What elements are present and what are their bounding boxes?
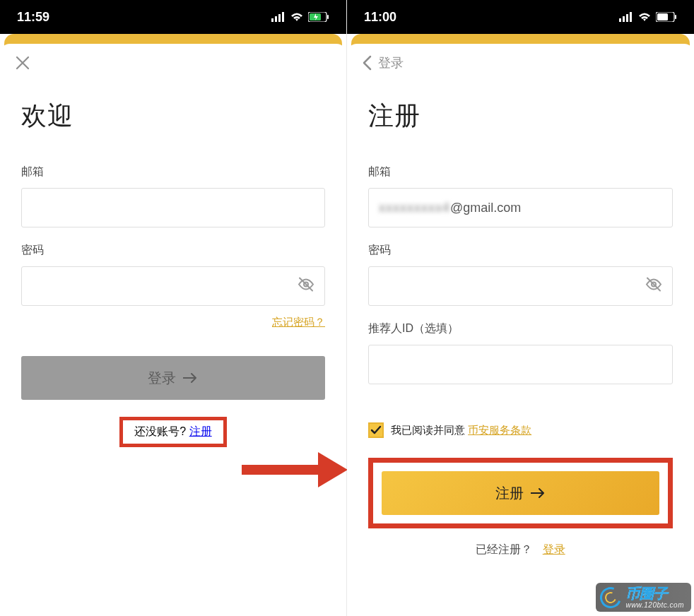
password-field[interactable]: [21, 266, 325, 306]
page-title: 注册: [368, 99, 673, 134]
watermark: 币圈子 www.120btc.com: [596, 583, 691, 612]
page-title: 欢迎: [21, 99, 325, 134]
password-input[interactable]: [379, 279, 662, 294]
email-label: 邮箱: [368, 165, 673, 179]
svg-rect-9: [619, 18, 621, 22]
email-field[interactable]: xxxxxxxxx4 @gmail.com: [368, 188, 673, 227]
email-value-redacted: xxxxxxxxx4: [379, 201, 450, 215]
email-field[interactable]: [21, 188, 325, 227]
battery-charging-icon: [308, 12, 329, 22]
already-text: 已经注册？: [476, 543, 532, 555]
email-input[interactable]: [32, 201, 314, 215]
sheet: 欢迎 邮箱 密码 忘记密码？ 登录: [0, 44, 346, 616]
arrow-right-icon: [183, 372, 199, 384]
svg-rect-15: [657, 13, 668, 20]
no-account-text: 还没账号?: [134, 425, 186, 437]
arrow-right-icon: [531, 487, 546, 499]
referrer-label: 推荐人ID（选填）: [368, 321, 673, 336]
register-button[interactable]: 注册: [382, 471, 659, 515]
signal-icon: [619, 12, 633, 22]
email-label: 邮箱: [21, 165, 325, 179]
password-label: 密码: [21, 243, 325, 258]
svg-rect-11: [626, 14, 628, 22]
email-suffix: @gmail.com: [450, 201, 521, 215]
svg-rect-10: [623, 16, 625, 22]
agree-checkbox[interactable]: [368, 422, 384, 438]
topbar: 登录: [347, 44, 694, 82]
watermark-en: www.120btc.com: [625, 601, 684, 609]
svg-rect-2: [278, 14, 281, 22]
eye-off-icon[interactable]: [645, 276, 662, 297]
password-label: 密码: [368, 243, 673, 258]
svg-rect-5: [327, 15, 329, 19]
highlight-box: 还没账号? 注册: [119, 417, 226, 447]
status-bar: 11:59: [0, 0, 346, 34]
already-registered-row: 已经注册？ 登录: [368, 543, 673, 557]
svg-rect-14: [675, 15, 676, 19]
highlight-box: 注册: [368, 458, 673, 528]
terms-link[interactable]: 币安服务条款: [468, 424, 531, 436]
screen-login: 11:59 欢迎 邮箱 密码: [0, 0, 347, 616]
battery-icon: [656, 12, 677, 22]
password-field[interactable]: [368, 266, 673, 306]
register-link[interactable]: 注册: [189, 425, 212, 437]
topbar-title[interactable]: 登录: [378, 54, 404, 71]
agree-text: 我已阅读并同意: [391, 424, 465, 436]
login-link[interactable]: 登录: [543, 543, 565, 555]
referrer-field[interactable]: [368, 345, 673, 384]
status-time: 11:59: [17, 10, 49, 25]
wifi-icon: [290, 12, 304, 22]
forgot-password-link[interactable]: 忘记密码？: [272, 316, 325, 328]
svg-rect-12: [630, 12, 632, 22]
login-button-label: 登录: [148, 369, 176, 388]
signal-icon: [271, 12, 286, 22]
login-button[interactable]: 登录: [21, 356, 325, 400]
wifi-icon: [637, 12, 652, 22]
svg-rect-0: [271, 18, 274, 22]
screen-register: 11:00 登录 注册 邮箱 xxxxxxxxx4 @gmail.com: [347, 0, 694, 616]
status-indicators: [271, 12, 329, 22]
status-bar: 11:00: [347, 0, 694, 34]
topbar: [0, 44, 346, 82]
svg-rect-3: [282, 12, 284, 22]
register-button-label: 注册: [495, 484, 524, 503]
agree-row: 我已阅读并同意 币安服务条款: [368, 422, 673, 438]
password-input[interactable]: [32, 279, 314, 294]
sheet: 登录 注册 邮箱 xxxxxxxxx4 @gmail.com 密码 推荐人ID（…: [347, 44, 694, 616]
watermark-zh: 币圈子: [625, 586, 684, 601]
forgot-password-row: 忘记密码？: [21, 316, 325, 329]
status-time: 11:00: [364, 10, 396, 25]
close-icon[interactable]: [13, 53, 33, 73]
svg-rect-1: [275, 16, 277, 22]
watermark-logo-icon: [596, 584, 625, 612]
chevron-left-icon[interactable]: [360, 53, 374, 73]
status-indicators: [619, 12, 677, 22]
eye-off-icon[interactable]: [298, 276, 314, 297]
no-account-row: 还没账号? 注册: [21, 417, 325, 447]
referrer-input[interactable]: [379, 357, 662, 372]
